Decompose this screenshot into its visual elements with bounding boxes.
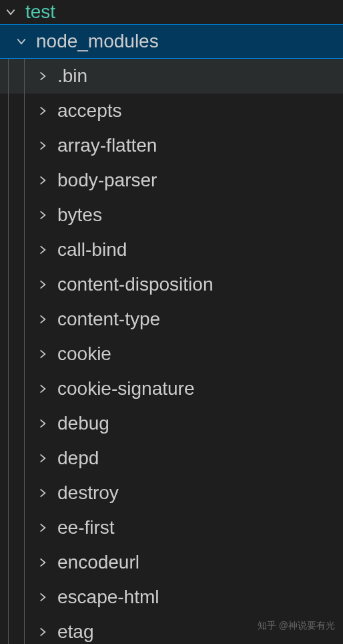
folder-label: escape-html bbox=[57, 587, 159, 608]
indent-guide bbox=[0, 59, 29, 94]
tree-folder-accepts[interactable]: accepts bbox=[0, 94, 343, 128]
chevron-right-icon bbox=[35, 346, 51, 362]
tree-folder-destroy[interactable]: destroy bbox=[0, 476, 343, 510]
indent-guide bbox=[0, 198, 29, 232]
chevron-right-icon bbox=[35, 520, 51, 536]
folder-label: debug bbox=[57, 413, 109, 434]
folder-label: encodeurl bbox=[57, 552, 139, 573]
folder-list: .binacceptsarray-flattenbody-parserbytes… bbox=[0, 59, 343, 644]
tree-folder-body-parser[interactable]: body-parser bbox=[0, 163, 343, 198]
chevron-right-icon bbox=[35, 589, 51, 605]
indent-guide bbox=[0, 545, 29, 580]
tree-folder-content-disposition[interactable]: content-disposition bbox=[0, 267, 343, 302]
file-tree: test node_modules .binacceptsarray-flatt… bbox=[0, 0, 343, 644]
indent-guide bbox=[0, 337, 29, 371]
folder-label: test bbox=[25, 1, 55, 23]
indent-guide bbox=[0, 302, 29, 337]
chevron-right-icon bbox=[35, 311, 51, 327]
folder-label: content-type bbox=[57, 309, 160, 330]
folder-label: cookie-signature bbox=[57, 378, 194, 399]
chevron-right-icon bbox=[35, 381, 51, 397]
indent-guide bbox=[0, 163, 29, 198]
tree-folder-debug[interactable]: debug bbox=[0, 406, 343, 441]
tree-folder-encodeurl[interactable]: encodeurl bbox=[0, 545, 343, 580]
chevron-right-icon bbox=[35, 103, 51, 119]
chevron-down-icon bbox=[13, 33, 29, 49]
chevron-right-icon bbox=[35, 242, 51, 258]
tree-folder-cookie[interactable]: cookie bbox=[0, 337, 343, 371]
folder-label: node_modules bbox=[36, 31, 159, 52]
indent-guide bbox=[0, 580, 29, 615]
tree-folder-bin[interactable]: .bin bbox=[0, 59, 343, 94]
indent-guide bbox=[0, 232, 29, 267]
chevron-right-icon bbox=[35, 172, 51, 188]
folder-label: .bin bbox=[57, 65, 87, 87]
chevron-right-icon bbox=[35, 450, 51, 466]
tree-folder-escape-html[interactable]: escape-html bbox=[0, 580, 343, 615]
tree-folder-content-type[interactable]: content-type bbox=[0, 302, 343, 337]
chevron-right-icon bbox=[35, 624, 51, 640]
watermark: 知乎 @神说要有光 bbox=[258, 620, 335, 632]
chevron-right-icon bbox=[35, 554, 51, 571]
indent-guide bbox=[0, 94, 29, 128]
folder-label: call-bind bbox=[57, 239, 127, 261]
folder-label: depd bbox=[57, 448, 99, 469]
tree-folder-test[interactable]: test bbox=[0, 0, 343, 24]
tree-folder-cookie-signature[interactable]: cookie-signature bbox=[0, 371, 343, 406]
folder-label: etag bbox=[57, 621, 94, 643]
indent-guide bbox=[0, 371, 29, 406]
folder-label: ee-first bbox=[57, 517, 115, 538]
folder-label: cookie bbox=[57, 343, 111, 365]
chevron-right-icon bbox=[35, 485, 51, 501]
tree-folder-depd[interactable]: depd bbox=[0, 441, 343, 476]
folder-label: accepts bbox=[57, 100, 122, 122]
chevron-down-icon bbox=[3, 4, 19, 20]
chevron-right-icon bbox=[35, 68, 51, 84]
indent-guide bbox=[0, 510, 29, 545]
folder-label: array-flatten bbox=[57, 135, 157, 156]
folder-label: content-disposition bbox=[57, 274, 213, 295]
folder-label: body-parser bbox=[57, 170, 157, 191]
indent-guide bbox=[0, 615, 29, 644]
chevron-right-icon bbox=[35, 207, 51, 223]
chevron-right-icon bbox=[35, 138, 51, 154]
tree-folder-bytes[interactable]: bytes bbox=[0, 198, 343, 232]
tree-folder-call-bind[interactable]: call-bind bbox=[0, 232, 343, 267]
tree-folder-node-modules[interactable]: node_modules bbox=[0, 24, 343, 59]
tree-folder-ee-first[interactable]: ee-first bbox=[0, 510, 343, 545]
indent-guide bbox=[0, 267, 29, 302]
folder-label: destroy bbox=[57, 482, 119, 504]
indent-guide bbox=[0, 476, 29, 510]
chevron-right-icon bbox=[35, 277, 51, 293]
indent-guide bbox=[0, 441, 29, 476]
indent-guide bbox=[0, 128, 29, 163]
chevron-right-icon bbox=[35, 416, 51, 432]
folder-label: bytes bbox=[57, 204, 102, 226]
indent-guide bbox=[0, 406, 29, 441]
tree-folder-array-flatten[interactable]: array-flatten bbox=[0, 128, 343, 163]
